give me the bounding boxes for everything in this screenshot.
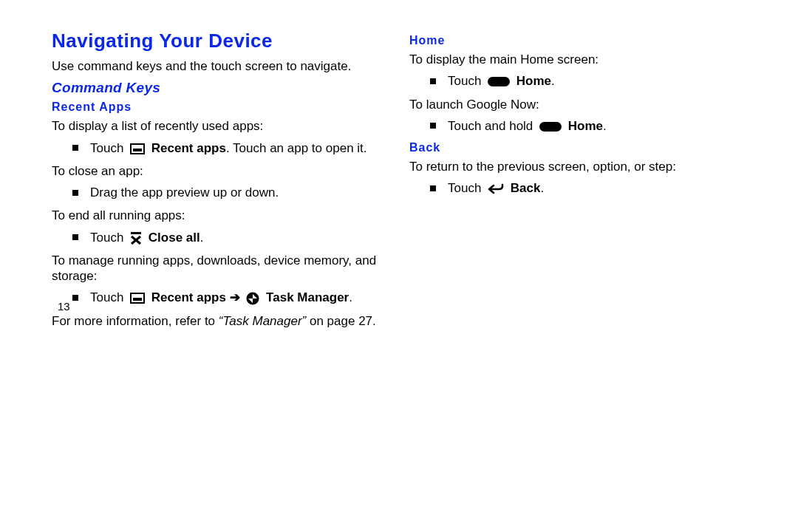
svg-rect-2 — [131, 232, 141, 234]
bullet-content: Touch Back. — [448, 180, 544, 196]
bullet-content: Touch Home. — [448, 73, 555, 89]
bullet-content: Touch Recent apps. Touch an app to open … — [90, 140, 367, 156]
bullet-icon — [72, 234, 78, 240]
home-p1: To display the main Home screen: — [409, 52, 746, 67]
intro-text: Use command keys and the touch screen to… — [52, 58, 389, 74]
bullet-close-all: Touch Close all. — [72, 230, 389, 245]
back-p1: To return to the previous screen, option… — [409, 159, 746, 174]
heading-3-recent-apps: Recent Apps — [52, 100, 389, 114]
text-post: . — [603, 119, 607, 133]
bullet-icon — [72, 190, 78, 196]
bullet-icon — [430, 78, 436, 84]
text-post: on page 27. — [306, 314, 376, 328]
bullet-back: Touch Back. — [430, 180, 746, 196]
svg-rect-4 — [133, 298, 142, 301]
arrow: ➔ — [226, 290, 243, 304]
text-post: . — [349, 290, 352, 304]
bullet-icon — [430, 185, 436, 191]
recent-p4: To manage running apps, downloads, devic… — [52, 253, 389, 284]
bullet-task-manager: Touch Recent apps ➔ Task Manager. — [72, 290, 389, 305]
close-all-icon — [130, 231, 142, 245]
home-button-icon — [488, 77, 510, 86]
bullet-recent-apps: Touch Recent apps. Touch an app to open … — [72, 140, 389, 156]
text-post: . — [200, 231, 204, 245]
page: Navigating Your Device Use command keys … — [0, 0, 798, 335]
bullet-icon — [72, 295, 78, 301]
svg-rect-6 — [488, 77, 510, 86]
text-post: . — [540, 181, 544, 195]
recent-p1: To display a list of recently used apps: — [52, 118, 389, 134]
text-pre: Touch — [90, 231, 127, 245]
recent-apps-icon — [130, 143, 145, 154]
right-column: Home To display the main Home screen: To… — [409, 30, 746, 335]
recent-p3: To end all running apps: — [52, 208, 389, 223]
back-icon — [488, 183, 504, 195]
home-p2: To launch Google Now: — [409, 97, 746, 112]
text-bold: Back — [511, 181, 541, 195]
text-bold: Home — [516, 74, 551, 88]
svg-rect-1 — [133, 149, 142, 151]
task-manager-icon — [246, 292, 259, 305]
svg-rect-7 — [539, 122, 562, 132]
bullet-icon — [72, 145, 78, 151]
text-bold: Close all — [149, 231, 200, 245]
bullet-content: Touch and hold Home. — [448, 118, 607, 134]
text-pre: Touch and hold — [448, 119, 536, 133]
bullet-drag: Drag the app preview up or down. — [72, 185, 389, 200]
text-bold: Recent apps — [151, 141, 226, 155]
text-pre: Touch — [448, 74, 485, 88]
text-bold2: Task Manager — [266, 290, 349, 304]
heading-2-command-keys: Command Keys — [52, 80, 389, 96]
left-column: Navigating Your Device Use command keys … — [52, 30, 389, 335]
text-post: . — [551, 74, 555, 88]
text-pre: Touch — [448, 181, 485, 195]
recent-p2: To close an app: — [52, 163, 389, 179]
text-bold: Home — [568, 119, 603, 133]
text-bold1: Recent apps — [151, 290, 226, 304]
text-pre: For more information, refer to — [52, 314, 219, 328]
page-number: 13 — [58, 300, 70, 313]
bullet-content: Touch Recent apps ➔ Task Manager. — [90, 290, 352, 305]
text-post: . Touch an app to open it. — [226, 141, 367, 155]
bullet-icon — [430, 123, 436, 129]
heading-1: Navigating Your Device — [52, 30, 389, 52]
heading-3-home: Home — [409, 34, 746, 47]
bullet-content: Drag the app preview up or down. — [90, 185, 279, 200]
bullet-google-now: Touch and hold Home. — [430, 118, 746, 134]
bullet-home: Touch Home. — [430, 73, 746, 89]
recent-p5: For more information, refer to “Task Man… — [52, 313, 389, 329]
home-button-icon — [539, 122, 562, 132]
recent-apps-icon — [130, 293, 145, 304]
heading-3-back: Back — [409, 141, 746, 154]
text-pre: Touch — [90, 290, 127, 304]
text-ital: “Task Manager” — [219, 314, 306, 328]
text-pre: Touch — [90, 141, 127, 155]
bullet-content: Touch Close all. — [90, 230, 203, 245]
